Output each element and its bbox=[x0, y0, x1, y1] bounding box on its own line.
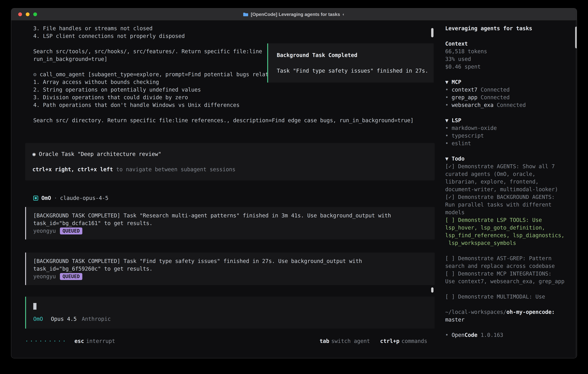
hint-label: interrupt bbox=[86, 338, 115, 344]
prompt-input[interactable]: OmO Opus 4.5 Anthropic bbox=[25, 297, 435, 329]
agent-icon bbox=[33, 196, 38, 201]
text-segment: grep_app bbox=[452, 94, 477, 101]
agent-model: claude-opus-4-5 bbox=[60, 195, 108, 201]
sidebar-line: Use context7, websearch_exa, grep_app bbox=[445, 278, 577, 285]
input-provider-label: Anthropic bbox=[82, 316, 111, 322]
message-meta: yeongyu QUEUED bbox=[33, 227, 435, 235]
sidebar-content: Leveraging agents for tasks Context66,51… bbox=[445, 25, 577, 339]
text-segment: Todo bbox=[452, 156, 465, 162]
sidebar-line: • websearch_exa Connected bbox=[445, 101, 577, 109]
sidebar-line: • eslint bbox=[445, 140, 577, 147]
sidebar-line: ▼ Todo bbox=[445, 155, 577, 163]
input-model-label: Opus 4.5 bbox=[51, 316, 77, 322]
minimize-button[interactable] bbox=[26, 12, 30, 16]
status-badge: QUEUED bbox=[60, 228, 82, 234]
text-segment: MCP bbox=[452, 79, 462, 85]
text-segment: [ ] Demonstrate AST-GREP: Pattern bbox=[445, 255, 552, 261]
sidebar-line: $0.46 spent bbox=[445, 63, 577, 71]
oracle-panel-line bbox=[32, 158, 435, 166]
text-segment: ◉ Oracle Task "Deep architecture review" bbox=[32, 151, 161, 157]
text-segment: Connected bbox=[477, 94, 510, 101]
sidebar-line bbox=[445, 109, 577, 116]
agent-icon-fill bbox=[35, 197, 37, 199]
text-segment: search and replace across codebase bbox=[445, 263, 555, 269]
text-segment: 33% used bbox=[445, 56, 471, 62]
sidebar-line: Leveraging agents for tasks bbox=[445, 25, 577, 32]
text-segment: • markdown-oxide bbox=[445, 125, 497, 131]
sidebar-line: [ ] Demonstrate LSP TOOLS: Use bbox=[445, 216, 577, 224]
sidebar-line: [✓] Demonstrate BACKGROUND AGENTS: bbox=[445, 193, 577, 201]
message-author: yeongyu bbox=[33, 228, 56, 234]
sidebar-line: search and replace across codebase bbox=[445, 262, 577, 270]
oracle-task-panel: ◉ Oracle Task "Deep architecture review"… bbox=[25, 143, 435, 180]
scrollbar-thumb[interactable] bbox=[431, 287, 433, 292]
sidebar-line bbox=[445, 147, 577, 155]
text-segment: 66,518 tokens bbox=[445, 48, 487, 54]
text-segment: Connected bbox=[477, 87, 510, 93]
window-titlebar: [OpenCode] Leveraging agents for tasks ◐ bbox=[11, 8, 577, 21]
scrollbar-thumb[interactable] bbox=[431, 28, 433, 37]
sidebar-line bbox=[445, 301, 577, 308]
terminal-line: 4. Path operations that don't handle Win… bbox=[33, 101, 434, 109]
text-segment: • bbox=[445, 102, 452, 108]
text-cursor bbox=[33, 303, 36, 310]
sidebar-line: • markdown-oxide bbox=[445, 124, 577, 132]
sidebar-line: ▼ MCP bbox=[445, 78, 577, 86]
text-segment: Open bbox=[452, 332, 465, 338]
text-segment: • bbox=[445, 94, 452, 101]
text-segment: document-writer, multimodal-looker) bbox=[445, 186, 558, 193]
key-esc: esc bbox=[74, 338, 84, 344]
zoom-button[interactable] bbox=[33, 12, 37, 16]
sidebar-line: • typescript bbox=[445, 132, 577, 140]
text-segment: Code bbox=[465, 332, 477, 338]
text-segment: 4. Path operations that don't handle Win… bbox=[33, 102, 240, 108]
sidebar-line: document-writer, multimodal-looker) bbox=[445, 186, 577, 193]
scrollbar-thumb[interactable] bbox=[575, 27, 577, 48]
text-segment: Leveraging agents for tasks bbox=[445, 25, 532, 31]
text-segment: 1.0.163 bbox=[477, 332, 503, 338]
text-segment: 2. String operations on potentially unde… bbox=[33, 87, 201, 93]
text-segment: 1. Array access without bounds checking bbox=[33, 79, 159, 85]
hint-label: switch agent bbox=[331, 338, 370, 344]
close-button[interactable] bbox=[18, 12, 22, 16]
hint-commands: ctrl+pcommands bbox=[380, 338, 427, 344]
text-segment: $0.46 spent bbox=[445, 64, 481, 70]
folder-icon bbox=[243, 12, 248, 17]
agent-header: OmO · claude-opus-4-5 bbox=[33, 194, 434, 202]
terminal-line: Search src/ directory. Return specific f… bbox=[33, 116, 434, 124]
text-segment: • bbox=[445, 87, 452, 93]
key-ctrl-p: ctrl+p bbox=[380, 338, 399, 344]
terminal-line: 3. Division operations that could divide… bbox=[33, 94, 434, 101]
text-segment: models bbox=[445, 209, 465, 216]
input-agent-label: OmO bbox=[33, 316, 43, 322]
text-segment: ▼ bbox=[445, 156, 452, 162]
terminal-line: 3. File handles or streams not closed bbox=[33, 25, 434, 32]
message-line: task_id="bg_6f59260c" to get results. bbox=[33, 265, 435, 273]
text-segment: curated agents (OmO, oracle, bbox=[445, 171, 536, 177]
text-segment: Run parallel tasks with different bbox=[445, 202, 552, 208]
window-title-group: [OpenCode] Leveraging agents for tasks ◐ bbox=[11, 12, 577, 17]
text-segment: Context bbox=[445, 41, 468, 47]
sidebar-line: lsp_find_references, lsp_diagnostics, bbox=[445, 231, 577, 239]
separator-dot: · bbox=[54, 195, 57, 201]
text-segment: ctrl+x right, ctrl+x left bbox=[32, 166, 113, 173]
sidebar-line: lsp_hover, lsp_goto_definition, bbox=[445, 224, 577, 231]
text-segment: lsp_workspace_symbols bbox=[445, 240, 516, 246]
traffic-lights bbox=[18, 8, 37, 20]
text-segment: context7 bbox=[452, 87, 477, 93]
message-line: [BACKGROUND TASK COMPLETED] Task "Find t… bbox=[33, 257, 435, 265]
text-segment: Search src/ directory. Return specific f… bbox=[33, 117, 414, 124]
sidebar-line: • OpenCode 1.0.163 bbox=[445, 331, 577, 339]
text-segment: 4. LSP client connections not properly d… bbox=[33, 33, 185, 39]
text-segment: librarian, explore, frontend, bbox=[445, 179, 539, 185]
sidebar-line bbox=[445, 285, 577, 293]
text-segment: Search src/tools/, src/hooks/, src/featu… bbox=[33, 48, 262, 54]
sidebar-line: librarian, explore, frontend, bbox=[445, 178, 577, 186]
terminal-line: 2. String operations on potentially unde… bbox=[33, 86, 434, 94]
sidebar-line: lsp_workspace_symbols bbox=[445, 239, 577, 247]
input-model-row: OmO Opus 4.5 Anthropic bbox=[33, 315, 435, 323]
text-segment: ~/local-workspaces/ bbox=[445, 309, 506, 315]
message-meta: yeongyu QUEUED bbox=[33, 273, 435, 280]
text-segment: [ ] Demonstrate MULTIMODAL: Use bbox=[445, 294, 545, 300]
input-line bbox=[33, 302, 435, 310]
